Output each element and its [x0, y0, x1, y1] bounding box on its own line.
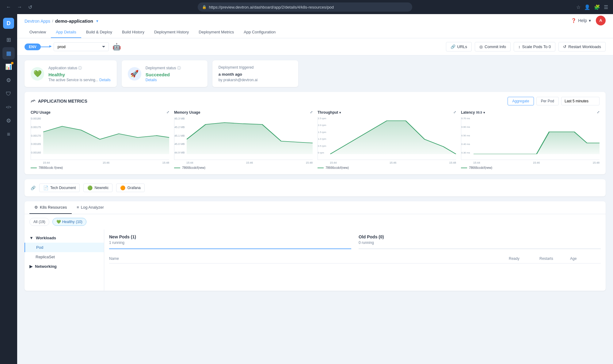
- back-button[interactable]: ←: [5, 3, 12, 11]
- newrelic-button[interactable]: 🟢 Newrelic: [83, 184, 112, 192]
- latency-dropdown-icon[interactable]: ▾: [483, 111, 485, 114]
- extensions-button[interactable]: 🧩: [594, 4, 600, 10]
- sidebar-item-pod[interactable]: Pod: [25, 243, 104, 252]
- col-ready: Ready: [509, 256, 539, 261]
- sidebar-item-code[interactable]: </>: [2, 101, 15, 113]
- grafana-icon: 🟠: [120, 185, 125, 190]
- sidebar-item-home[interactable]: ⊞: [2, 34, 15, 46]
- tab-build-deploy[interactable]: Build & Deploy: [81, 27, 117, 38]
- header-right: ❓ Help ▾ A: [571, 16, 606, 25]
- sidebar-item-layers[interactable]: ≡: [2, 128, 15, 140]
- healthy-filter-icon: 💚: [56, 220, 61, 224]
- trigger-label: Deployment triggered: [219, 65, 254, 70]
- user-avatar[interactable]: A: [596, 16, 606, 25]
- sidebar-item-bulk[interactable]: ⚙: [2, 74, 15, 86]
- url-text: https://preview.devtron.ai/dashboard/app…: [209, 5, 334, 9]
- deploy-icon: 🚀: [130, 70, 139, 78]
- filter-all-button[interactable]: All (19): [29, 218, 49, 226]
- deploy-status-details-link[interactable]: Details: [146, 78, 157, 82]
- deploy-status-content: Deployment status ⓘ Succeeded Details: [146, 66, 181, 82]
- env-bar: ENV prod 🤖 🔗 URLs ◎ Commit Info: [17, 38, 613, 55]
- cpu-legend-dot: [31, 168, 37, 168]
- app-dropdown-icon[interactable]: ▾: [96, 19, 98, 23]
- sidebar-logo[interactable]: D: [3, 18, 14, 29]
- time-range-select[interactable]: Last 5 minutes Last 15 minutes Last 1 ho…: [561, 97, 600, 105]
- cpu-legend: 78666ccdc f(new): [31, 166, 169, 169]
- networking-header[interactable]: ▶ Networking: [25, 262, 104, 271]
- per-pod-toggle[interactable]: Per Pod: [536, 97, 559, 105]
- throughput-chart-title: Throughput ▾ ⤢: [318, 110, 456, 115]
- menu-button[interactable]: ☰: [604, 4, 608, 10]
- new-pods-title: New Pods (1): [109, 234, 351, 239]
- chain-link-icon: 🔗: [31, 186, 36, 190]
- resources-tabs: ⚙ K8s Resources ≡ Log Analyzer: [25, 201, 606, 214]
- breadcrumb-parent[interactable]: Devtron Apps: [25, 19, 50, 24]
- networking-expand-icon: ▶: [29, 264, 32, 269]
- sidebar-item-apps[interactable]: ▦: [2, 47, 15, 59]
- throughput-chart-area: 2.5 rpm 2.0 rpm 1.5 rpm 1.0 rpm 0.5 rpm …: [318, 117, 456, 160]
- tab-deployment-metrics[interactable]: Deployment Metrics: [194, 27, 239, 38]
- memory-legend-dot: [174, 168, 180, 168]
- urls-button[interactable]: 🔗 URLs: [446, 42, 472, 51]
- app-status-label: Application status ⓘ: [48, 66, 111, 71]
- new-pods-running: 1 running: [109, 241, 351, 245]
- latency-expand-icon[interactable]: ⤢: [597, 110, 600, 114]
- scale-pods-button[interactable]: ↕ Scale Pods To 0: [514, 42, 555, 51]
- profile-button[interactable]: 👤: [584, 4, 590, 10]
- latency-chart: Latency 99.9 ▾ ⤢ 0.70 ms 0.60 ms 0.50 ms…: [461, 110, 600, 169]
- page-content: ENV prod 🤖 🔗 URLs ◎ Commit Info: [17, 38, 613, 364]
- resources-filter: All (19) 💚 Healthy (10): [25, 214, 606, 229]
- env-label: ENV: [25, 44, 41, 50]
- help-button[interactable]: ❓ Help ▾: [571, 18, 591, 23]
- cpu-chart-area: 0.00180 0.00175 0.00170 0.00165 0.00160: [31, 117, 169, 160]
- tab-log-analyzer[interactable]: ≡ Log Analyzer: [72, 201, 109, 214]
- application-status-card: 💚 Application status ⓘ Healthy The activ…: [25, 60, 117, 87]
- latency-chart-svg: [474, 117, 600, 154]
- tech-document-button[interactable]: 📄 Tech Document: [39, 184, 80, 192]
- help-dropdown-icon: ▾: [589, 18, 591, 23]
- throughput-expand-icon[interactable]: ⤢: [453, 110, 456, 114]
- latency-legend-dot: [461, 168, 467, 168]
- tab-build-history[interactable]: Build History: [117, 27, 149, 38]
- restart-icon: ↺: [563, 44, 566, 49]
- health-icon-wrap: 💚: [31, 67, 44, 81]
- refresh-button[interactable]: ↺: [27, 3, 33, 11]
- cpu-expand-icon[interactable]: ⤢: [166, 110, 169, 114]
- tab-k8s-resources[interactable]: ⚙ K8s Resources: [29, 201, 72, 214]
- restart-workloads-button[interactable]: ↺ Restart Workloads: [558, 42, 606, 51]
- filter-healthy-button[interactable]: 💚 Healthy (10): [52, 218, 86, 226]
- commit-info-button[interactable]: ◎ Commit Info: [475, 42, 511, 51]
- app-status-info-icon[interactable]: ⓘ: [78, 66, 82, 70]
- commit-icon: ◎: [479, 44, 483, 49]
- tab-app-configuration[interactable]: App Configuration: [239, 27, 280, 38]
- browser-chrome: ← → ↺ 🔒 https://preview.devtron.ai/dashb…: [0, 0, 613, 14]
- breadcrumb: Devtron Apps / demo-application ▾: [25, 14, 98, 27]
- grafana-button[interactable]: 🟠 Grafana: [116, 184, 144, 192]
- url-bar[interactable]: 🔒 https://preview.devtron.ai/dashboard/a…: [198, 2, 412, 12]
- sidebar-item-security[interactable]: 🛡: [2, 88, 15, 100]
- latency-chart-title: Latency 99.9 ▾ ⤢: [461, 110, 600, 115]
- tab-deployment-history[interactable]: Deployment History: [149, 27, 194, 38]
- forward-button[interactable]: →: [16, 3, 23, 11]
- memory-chart-svg: [187, 117, 313, 154]
- throughput-dropdown-icon[interactable]: ▾: [339, 111, 341, 114]
- env-select[interactable]: prod: [54, 42, 109, 51]
- sidebar-item-settings[interactable]: ⚙: [2, 115, 15, 127]
- app-status-details-link[interactable]: Details: [99, 78, 111, 82]
- sidebar-item-chart[interactable]: 📊: [2, 61, 15, 73]
- star-button[interactable]: ☆: [576, 4, 581, 10]
- tab-app-details[interactable]: App Details: [51, 27, 81, 38]
- deploy-status-info-icon[interactable]: ⓘ: [177, 66, 181, 70]
- memory-expand-icon[interactable]: ⤢: [310, 110, 313, 114]
- latency-y-labels: 0.70 ms 0.60 ms 0.50 ms 0.40 ms 0.30 ms: [461, 117, 470, 154]
- deploy-status-desc: Details: [146, 78, 181, 82]
- workloads-header[interactable]: ▼ Workloads: [25, 233, 104, 243]
- throughput-x-labels: 15:4415:4615:48: [318, 161, 456, 164]
- aggregate-toggle[interactable]: Aggregate: [508, 97, 534, 105]
- throughput-y-labels: 2.5 rpm 2.0 rpm 1.5 rpm 1.0 rpm 0.5 rpm …: [318, 117, 326, 154]
- help-label: Help: [578, 18, 587, 23]
- tab-overview[interactable]: Overview: [25, 27, 51, 38]
- metrics-section: APPLICATION METRICS Aggregate Per Pod La…: [25, 92, 606, 174]
- sidebar-item-replicaset[interactable]: ReplicaSet: [25, 252, 104, 262]
- app-status-desc: The active Service is serving... Details: [48, 78, 111, 82]
